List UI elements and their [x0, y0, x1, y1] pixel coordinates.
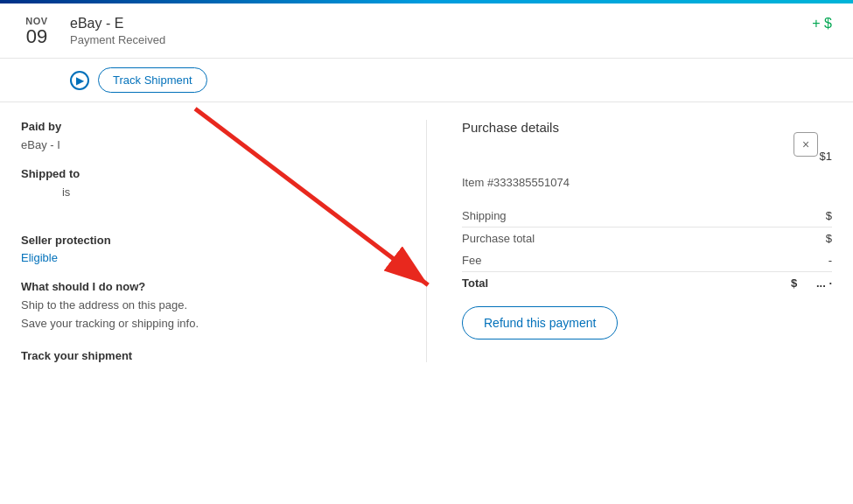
what-to-do-section: What should I do now? Ship to the addres…	[21, 280, 391, 333]
what-to-do-title: What should I do now?	[21, 280, 391, 293]
paid-by-value: eBay - I	[21, 138, 391, 151]
fee-value: -	[829, 254, 832, 267]
track-shipment-section: Track your shipment	[21, 349, 391, 362]
circle-arrow-icon: ▶	[70, 71, 89, 90]
refund-payment-button[interactable]: Refund this payment	[462, 306, 618, 340]
shipped-to-value: is	[21, 186, 391, 199]
paid-by-label: Paid by	[21, 120, 391, 133]
plus-dollar: + $	[812, 16, 832, 32]
item-number: Item #333385551074	[462, 176, 832, 189]
right-column: × Purchase details $1 Item #333385551074…	[426, 120, 832, 362]
fee-row: Fee -	[462, 249, 832, 271]
shipping-value: $	[826, 209, 832, 222]
total-label: Total	[462, 276, 488, 290]
track-btn-row: ▶ Track Shipment	[0, 59, 853, 102]
header-title: eBay - E	[70, 16, 165, 32]
purchase-total-value: $	[826, 232, 832, 245]
header-subtitle: Payment Received	[70, 33, 165, 46]
close-button[interactable]: ×	[794, 132, 818, 157]
purchase-amount-value: $1	[820, 150, 832, 163]
shipping-row: Shipping $	[462, 205, 832, 227]
shipped-to-label: Shipped to	[21, 167, 391, 180]
shipping-label: Shipping	[462, 209, 507, 222]
what-to-do-line1: Ship to the address on this page.	[21, 297, 391, 315]
date-day: 09	[21, 26, 52, 47]
header-right: + $	[812, 16, 832, 32]
fee-label: Fee	[462, 254, 481, 267]
purchase-total-label: Purchase total	[462, 232, 535, 245]
shipped-to-section: Shipped to is	[21, 167, 391, 199]
eligible-link[interactable]: Eligible	[21, 251, 58, 264]
left-column: Paid by eBay - I Shipped to is Seller pr…	[21, 120, 426, 362]
purchase-amount-row: $1	[462, 145, 832, 167]
total-row: Total $ ... ·	[462, 271, 832, 294]
total-value: $ ... ·	[791, 276, 832, 290]
header-left: NOV 09 eBay - E Payment Received	[21, 16, 165, 47]
track-shipment-title: Track your shipment	[21, 349, 391, 362]
header-section: NOV 09 eBay - E Payment Received + $	[0, 4, 853, 59]
seller-protection-label: Seller protection	[21, 234, 391, 247]
seller-protection-section: Seller protection Eligible	[21, 234, 391, 264]
track-shipment-button[interactable]: Track Shipment	[98, 67, 207, 93]
purchase-total-row: Purchase total $	[462, 227, 832, 249]
what-to-do-line2: Save your tracking or shipping info.	[21, 315, 391, 333]
main-content: Paid by eBay - I Shipped to is Seller pr…	[0, 102, 853, 380]
paid-by-section: Paid by eBay - I	[21, 120, 391, 151]
date-block: NOV 09	[21, 16, 52, 47]
purchase-details-title: Purchase details	[462, 120, 832, 135]
header-info: eBay - E Payment Received	[70, 16, 165, 46]
